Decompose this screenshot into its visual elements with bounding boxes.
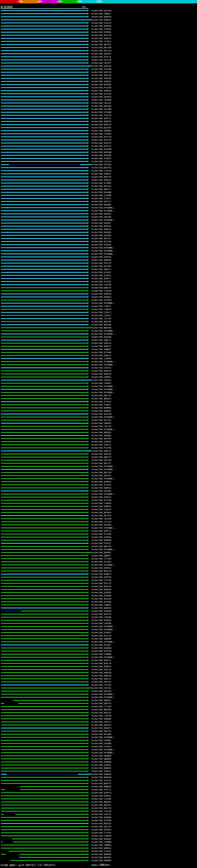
hit-label[interactable]: UniRef100_UPI0000... — [91, 333, 116, 335]
alignment-row[interactable]: UniRef100_B3RSK1 — [0, 225, 197, 228]
alignment-row[interactable]: UniRef100_Q4AC02 — [0, 65, 197, 68]
hit-label[interactable]: UniRef100_A1CCG4 — [91, 779, 111, 782]
hit-label[interactable]: UniRef100_UPI0000... — [91, 477, 116, 480]
alignment-row[interactable]: UniRef100_UPI0000... — [0, 696, 197, 699]
alignment-row[interactable]: UniRef100_C5M1T7 — [0, 720, 197, 723]
alignment-row[interactable]: UniRef100_C6T2H6 — [0, 68, 197, 71]
alignment-row[interactable]: UniRef100_A9S858 — [0, 619, 197, 622]
hit-label[interactable]: UniRef100_Q6F7X2 — [91, 395, 111, 397]
hit-label[interactable]: UniRef100_P29327 — [91, 542, 111, 545]
alignment-row[interactable]: UniRef100_A9TKT5 — [0, 142, 197, 145]
alignment-row[interactable]: UniRef100_A8Q9I9 — [0, 607, 197, 610]
alignment-row[interactable]: UniRef100_A75GC3 — [0, 197, 197, 200]
hit-label[interactable]: UniRef100_Q2GPL9 — [91, 792, 111, 794]
alignment-row[interactable]: UniRef100_A1CCG4 — [0, 779, 197, 782]
alignment-row[interactable]: UniRef100_A3E4E4 — [0, 379, 197, 382]
hit-label[interactable]: UniRef100_A4RUG1 — [91, 173, 111, 175]
hit-label[interactable]: UniRef100_C1GGJ6 — [91, 810, 111, 813]
alignment-row[interactable]: UniRef100_Q4PCY4 — [0, 530, 197, 533]
hit-label[interactable]: UniRef100_A6QBM9 — [91, 755, 111, 757]
hit-label[interactable]: UniRef100_P62753 — [91, 262, 111, 265]
alignment-row[interactable]: UniRef100_B2W041 — [0, 795, 197, 798]
alignment-row[interactable]: UniRef100_C4WH45 — [0, 603, 197, 607]
alignment-row[interactable]: UniRef100_Q7RTL5 — [0, 443, 197, 446]
hit-label[interactable]: UniRef100_Q6SP63 — [91, 53, 111, 55]
hit-label[interactable]: UniRef100_A7L644 — [91, 484, 111, 486]
hit-label[interactable]: UniRef100_UPI0000... — [91, 468, 116, 471]
alignment-row[interactable]: UniRef100_B9FY59 — [0, 34, 197, 37]
alignment-row[interactable]: UniRef100_Q4A014 — [0, 37, 197, 40]
alignment-row[interactable]: UniRef100_UPI0000... — [0, 493, 197, 496]
hit-label[interactable]: UniRef100_C3FT39 — [91, 579, 111, 582]
alignment-row[interactable]: UniRef100_Q96DV6 — [0, 259, 197, 262]
hit-label[interactable]: UniRef100_B7FIJ8 — [91, 136, 111, 138]
hit-label[interactable]: UniRef100_UPI0000... — [91, 253, 116, 255]
alignment-row[interactable]: UniRef100_C6T300 — [0, 108, 197, 111]
alignment-row[interactable]: UniRef100_C6TEU3 — [0, 28, 197, 31]
alignment-row[interactable]: UniRef100_UPI0000... — [0, 249, 197, 252]
hit-label[interactable]: UniRef100_Q94624 — [91, 179, 111, 181]
alignment-row[interactable]: UniRef100_A9P8N1 — [0, 129, 197, 132]
alignment-row[interactable]: UniRef100_Q95TF9 — [0, 702, 197, 705]
hit-label[interactable]: UniRef100_A9TKR6 — [91, 148, 111, 151]
hit-label[interactable]: UniRef100_C4Q8K9 — [91, 502, 111, 505]
alignment-row[interactable]: UniRef100_Q3MYK4 — [0, 19, 197, 22]
hit-label[interactable]: UniRef100_C5DIX2 — [91, 508, 111, 511]
alignment-row[interactable]: UniRef100_Q38E16 — [0, 342, 197, 345]
hit-label[interactable]: UniRef100_C4Y345 — [91, 684, 111, 686]
hit-label[interactable]: UniRef100_B4H4J0 — [91, 585, 111, 588]
alignment-row[interactable]: UniRef100_B5DGV3 — [0, 373, 197, 376]
alignment-row[interactable]: UniRef100_A7KCW2 — [0, 243, 197, 246]
hit-label[interactable]: UniRef100_B3RSK1 — [91, 225, 111, 227]
hit-label[interactable]: UniRef100_B5DPL2 — [91, 659, 111, 662]
alignment-row[interactable]: UniRef100_C5DTD6 — [0, 283, 197, 286]
alignment-row[interactable]: UniRef100_B7FIJ8 — [0, 135, 197, 138]
alignment-row[interactable]: UniRef100_UPI0000... — [0, 628, 197, 631]
hit-label[interactable]: UniRef100_UPI0000... — [91, 361, 116, 363]
hit-label[interactable]: UniRef100_A3RNI3 — [91, 376, 111, 378]
alignment-row[interactable]: UniRef100_B3TM65 — [0, 31, 197, 34]
alignment-row[interactable]: UniRef100_Q9XG98 — [0, 336, 197, 339]
hit-label[interactable]: UniRef100_B9RJN4 — [91, 105, 111, 107]
hit-label[interactable]: UniRef100_Q9XW55 — [91, 480, 111, 483]
hit-label[interactable]: UniRef100_B6QGM1 — [91, 801, 111, 803]
hit-label[interactable]: UniRef100_B8N1Q9 — [91, 776, 111, 779]
hit-label[interactable]: UniRef100_B3RNZ4 — [91, 505, 111, 508]
alignment-row[interactable]: UniRef100_A8UE15 — [0, 450, 197, 453]
hit-label[interactable]: UniRef100_B4JME7 — [91, 644, 111, 646]
hit-label[interactable]: UniRef100_B2WDH9 — [91, 859, 111, 862]
hit-label[interactable]: UniRef100_B0XW39 — [91, 767, 111, 770]
hit-label[interactable]: UniRef100_B2W041 — [91, 795, 111, 797]
alignment-row[interactable]: UniRef100_Q75C99 — [0, 650, 197, 653]
alignment-row[interactable]: UniRef100_Q76HV2 — [0, 631, 197, 634]
alignment-row[interactable]: UniRef100_Q4KTD6 — [0, 216, 197, 219]
alignment-row[interactable]: UniRef100_Q3BTG9 — [0, 255, 197, 259]
hit-label[interactable]: UniRef100_A8Q9X1 — [91, 699, 111, 702]
hit-label[interactable]: UniRef100_A9TKT4 — [91, 145, 111, 148]
hit-label[interactable]: UniRef100_B6Q2G4 — [91, 823, 111, 825]
alignment-row[interactable]: UniRef100_A5E216 — [0, 668, 197, 671]
hit-label[interactable]: UniRef100_C4M3M5 — [91, 358, 111, 360]
hit-label[interactable]: UniRef100_Q4G1G0 — [91, 413, 111, 415]
alignment-row[interactable]: UniRef100_B6H7F2 — [0, 782, 197, 785]
hit-label[interactable]: UniRef100_Q5B5R0 — [91, 761, 111, 763]
hit-label[interactable]: UniRef100_A2QSG1 — [91, 770, 111, 773]
alignment-row[interactable]: UniRef100_P62753 — [0, 262, 197, 265]
alignment-row[interactable]: UniRef100_UPI0000... — [0, 548, 197, 551]
hit-label[interactable]: UniRef100_B6T4E7 — [91, 43, 111, 46]
hit-label[interactable]: UniRef100_Q9IBK9 — [91, 595, 111, 597]
hit-label[interactable]: UniRef100_Q3BTG9 — [91, 256, 111, 258]
hit-label[interactable]: UniRef100_Q39413 — [91, 496, 111, 498]
hit-label[interactable]: UniRef100_C3KGY1 — [91, 305, 111, 308]
alignment-row[interactable]: UniRef100_P02365 — [0, 523, 197, 527]
hit-label[interactable]: UniRef100_Q9P081 — [91, 552, 111, 554]
alignment-row[interactable]: UniRef100_B9GHG9 — [0, 83, 197, 86]
alignment-row[interactable]: UniRef100_Q185V6 — [0, 536, 197, 539]
hit-label[interactable]: UniRef100_B5U9N2 — [91, 231, 111, 234]
hit-label[interactable]: UniRef100_P05745 — [91, 681, 111, 683]
hit-label[interactable]: UniRef100_Q6BXH4 — [91, 675, 111, 677]
hit-label[interactable]: UniRef100_UPI0000... — [91, 493, 116, 495]
hit-label[interactable]: UniRef100_A8Q9I9 — [91, 607, 111, 609]
hit-label[interactable]: UniRef100_B9GUY8 — [91, 123, 111, 126]
alignment-row[interactable]: UniRef100_B0KY88 — [0, 327, 197, 330]
